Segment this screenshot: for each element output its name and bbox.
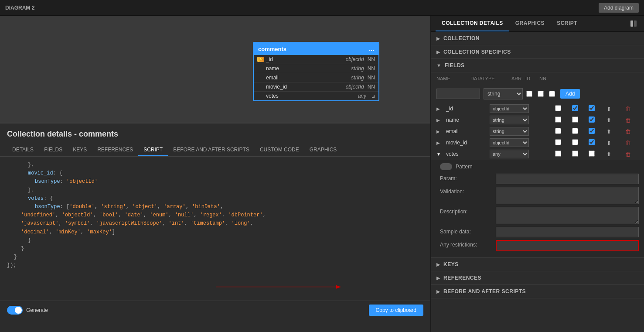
section-collection-specifics[interactable]: ▶ COLLECTION SPECIFICS	[431, 45, 644, 59]
section-fields-header[interactable]: ▼ FIELDS	[431, 59, 644, 72]
delete-movieid-icon[interactable]: 🗑	[624, 139, 632, 147]
arr-checkbox-votes[interactable]	[555, 151, 561, 157]
section-before-after[interactable]: ▶ BEFORE AND AFTER SCRIPTS	[431, 285, 644, 298]
panel-icon	[630, 20, 637, 27]
nn-checkbox-id[interactable]	[589, 105, 595, 111]
section-references[interactable]: ▶ REFERENCES	[431, 271, 644, 285]
arr-checkbox-name[interactable]	[555, 116, 561, 123]
right-tab-script[interactable]: SCRIPT	[551, 16, 583, 31]
script-line: 'undefined', 'objectId', 'bool', 'date',…	[7, 211, 423, 219]
section-collection[interactable]: ▶ COLLECTION	[431, 32, 644, 45]
field-type-select-votes[interactable]: any	[490, 150, 529, 158]
add-field-button[interactable]: Add	[560, 89, 580, 99]
new-field-arr-checkbox[interactable]	[526, 91, 532, 97]
param-input[interactable]	[496, 174, 639, 184]
sample-data-label: Sample data:	[440, 227, 492, 235]
script-content: }, movie_id: { bsonType: 'objectId' }, v…	[0, 157, 430, 301]
script-line: bsonType: ['double', 'string', 'object',…	[7, 203, 423, 211]
field-name-cell-movieid: movie_id	[443, 137, 487, 148]
panel-toggle-button[interactable]	[627, 16, 640, 31]
id-checkbox-email[interactable]	[572, 128, 578, 134]
delete-name-icon[interactable]: 🗑	[624, 116, 632, 124]
pattern-toggle-switch[interactable]	[440, 163, 452, 170]
copy-to-clipboard-button[interactable]: Copy to clipboard	[369, 305, 423, 316]
delete-email-icon[interactable]: 🗑	[624, 128, 632, 135]
nn-checkbox-movieid[interactable]	[589, 139, 595, 145]
field-type-select-name[interactable]: string	[490, 116, 529, 124]
row-chevron-id[interactable]: ▶	[436, 106, 440, 111]
tab-graphics[interactable]: GRAPHICS	[304, 144, 342, 156]
description-textarea[interactable]	[496, 207, 639, 224]
validation-textarea[interactable]	[496, 187, 639, 204]
generate-toggle[interactable]	[7, 306, 23, 315]
add-diagram-button[interactable]: Add diagram	[599, 3, 639, 13]
field-type-select-movieid[interactable]: objectId	[490, 138, 529, 147]
move-icon-email[interactable]: ⬆	[605, 128, 613, 135]
nn-checkbox-email[interactable]	[589, 128, 595, 134]
section-references-label: REFERENCES	[443, 275, 481, 281]
tab-fields[interactable]: FIELDS	[39, 144, 68, 156]
move-icon-name[interactable]: ⬆	[605, 116, 613, 124]
nn-checkbox-name[interactable]	[589, 116, 595, 123]
new-field-name-input[interactable]	[436, 89, 480, 99]
section-keys[interactable]: ▶ KEYS	[431, 258, 644, 271]
move-up-icon[interactable]: ⬆	[605, 105, 613, 113]
id-checkbox-movieid[interactable]	[572, 139, 578, 145]
delete-votes-icon[interactable]: 🗑	[624, 151, 632, 158]
tab-script[interactable]: SCRIPT	[138, 144, 168, 156]
field-type-select-email[interactable]: string	[490, 127, 529, 136]
chevron-right-icon: ▶	[436, 36, 440, 41]
right-tabs: COLLECTION DETAILS GRAPHICS SCRIPT	[431, 16, 644, 32]
script-line: }	[7, 253, 423, 261]
row-chevron-movieid[interactable]: ▶	[436, 140, 440, 145]
field-name-movieid: movie_id	[266, 84, 346, 90]
move-icon-votes[interactable]: ⬆	[605, 151, 613, 158]
move-icon-movieid[interactable]: ⬆	[605, 139, 613, 147]
script-line: });	[7, 261, 423, 270]
tab-details[interactable]: DETAILS	[7, 144, 39, 156]
row-chevron-name[interactable]: ▶	[436, 118, 440, 123]
field-nn-email: NN	[368, 75, 375, 81]
pattern-toggle-row: Pattern	[440, 163, 639, 170]
any-restrictions-input[interactable]	[496, 240, 639, 251]
row-chevron-votes[interactable]: ▼	[436, 152, 441, 157]
entity-field-movieid: movie_id objectId NN	[254, 82, 378, 92]
chevron-down-icon: ▼	[436, 63, 441, 68]
right-tab-graphics[interactable]: GRAPHICS	[509, 16, 551, 31]
tab-before-after[interactable]: BEFORE AND AFTER SCRIPTS	[168, 144, 255, 156]
field-type-id: objectId	[346, 56, 364, 62]
chevron-right-icon-keys: ▶	[436, 262, 440, 267]
table-row: ▶ name string ⬆ 🗑	[434, 114, 641, 126]
section-before-after-label: BEFORE AND AFTER SCRIPTS	[443, 288, 526, 294]
new-field-id-checkbox[interactable]	[538, 91, 544, 97]
id-checkbox-votes[interactable]	[572, 151, 578, 157]
row-chevron-email[interactable]: ▶	[436, 129, 440, 134]
collection-tabs: DETAILS FIELDS KEYS REFERENCES SCRIPT BE…	[0, 144, 430, 157]
sample-data-input[interactable]	[496, 227, 639, 237]
field-name-id: _id	[266, 56, 346, 62]
entity-menu-dots[interactable]: ...	[369, 45, 374, 52]
arr-checkbox-id[interactable]	[555, 105, 561, 111]
right-tab-collection-details[interactable]: COLLECTION DETAILS	[436, 16, 509, 31]
topbar: DIAGRAM 2 Add diagram	[0, 0, 644, 16]
script-line: }	[7, 245, 423, 253]
field-name-votes: votes	[266, 93, 358, 99]
id-checkbox-name[interactable]	[572, 116, 578, 123]
field-name-cell-id: _id	[443, 103, 487, 114]
arr-checkbox-movieid[interactable]	[555, 139, 561, 145]
field-type-select-id[interactable]: objectId	[490, 104, 529, 113]
field-name-email: email	[266, 75, 351, 81]
new-field-datatype-select[interactable]: string objectId any number boolean	[484, 88, 523, 99]
script-line: 'javascript', 'symbol', 'javascriptWithS…	[7, 219, 423, 228]
entity-field-votes: votes any ⊿	[254, 92, 378, 100]
tab-references[interactable]: REFERENCES	[92, 144, 138, 156]
id-checkbox-id[interactable]	[572, 105, 578, 111]
collection-panel-title: Collection details - comments	[0, 123, 430, 140]
new-field-nn-checkbox[interactable]	[549, 91, 555, 97]
nn-checkbox-votes[interactable]	[589, 151, 595, 157]
tab-keys[interactable]: KEYS	[68, 144, 92, 156]
section-fields-label: FIELDS	[445, 62, 465, 68]
delete-field-icon[interactable]: 🗑	[624, 105, 632, 113]
arr-checkbox-email[interactable]	[555, 128, 561, 134]
tab-custom-code[interactable]: CUSTOM CODE	[255, 144, 304, 156]
